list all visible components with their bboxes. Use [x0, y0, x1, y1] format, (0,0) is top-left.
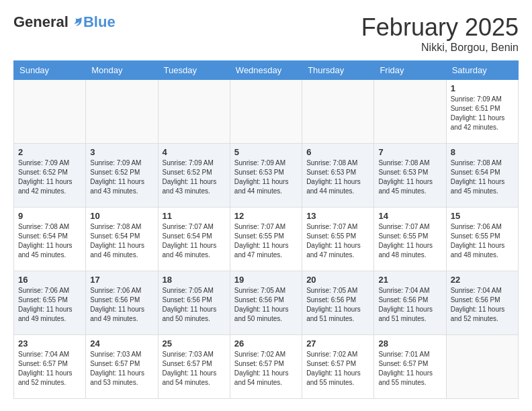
day-info: Sunrise: 7:08 AM Sunset: 6:53 PM Dayligh…: [378, 158, 441, 196]
calendar-day-cell: 4Sunrise: 7:09 AM Sunset: 6:52 PM Daylig…: [158, 144, 230, 208]
calendar-week-row: 9Sunrise: 7:08 AM Sunset: 6:54 PM Daylig…: [14, 208, 519, 271]
calendar-header-saturday: Saturday: [446, 61, 518, 80]
calendar-day-cell: 24Sunrise: 7:03 AM Sunset: 6:57 PM Dayli…: [86, 335, 158, 399]
day-info: Sunrise: 7:02 AM Sunset: 6:57 PM Dayligh…: [306, 350, 369, 387]
logo: General Blue: [13, 13, 116, 31]
calendar-day-cell: 28Sunrise: 7:01 AM Sunset: 6:57 PM Dayli…: [374, 335, 446, 399]
day-number: 16: [18, 275, 81, 285]
day-info: Sunrise: 7:06 AM Sunset: 6:56 PM Dayligh…: [90, 286, 153, 324]
logo-bird-icon: [70, 15, 83, 29]
calendar-day-cell: 5Sunrise: 7:09 AM Sunset: 6:53 PM Daylig…: [230, 144, 302, 208]
day-number: 20: [306, 275, 369, 285]
day-info: Sunrise: 7:06 AM Sunset: 6:55 PM Dayligh…: [18, 286, 81, 324]
calendar-day-cell: 16Sunrise: 7:06 AM Sunset: 6:55 PM Dayli…: [14, 271, 86, 335]
day-number: 2: [18, 147, 81, 157]
calendar-day-cell: 14Sunrise: 7:07 AM Sunset: 6:55 PM Dayli…: [374, 208, 446, 271]
calendar-day-cell: 7Sunrise: 7:08 AM Sunset: 6:53 PM Daylig…: [374, 144, 446, 208]
calendar-day-cell: 1Sunrise: 7:09 AM Sunset: 6:51 PM Daylig…: [446, 80, 518, 144]
day-number: 25: [163, 338, 226, 349]
calendar-header-sunday: Sunday: [14, 61, 86, 80]
page-header: General Blue February 2025 Nikki, Borgou…: [13, 13, 519, 54]
calendar-header-monday: Monday: [86, 61, 158, 80]
day-number: 3: [90, 147, 153, 157]
calendar-day-cell: [374, 80, 446, 144]
day-number: 4: [163, 147, 226, 157]
calendar-header-tuesday: Tuesday: [158, 61, 230, 80]
calendar-day-cell: 2Sunrise: 7:09 AM Sunset: 6:52 PM Daylig…: [14, 144, 86, 208]
logo-blue-text: Blue: [83, 13, 116, 31]
day-number: 26: [234, 338, 298, 349]
day-number: 22: [451, 275, 514, 285]
calendar-day-cell: 26Sunrise: 7:02 AM Sunset: 6:57 PM Dayli…: [230, 335, 302, 399]
calendar-day-cell: 18Sunrise: 7:05 AM Sunset: 6:56 PM Dayli…: [158, 271, 230, 335]
day-info: Sunrise: 7:04 AM Sunset: 6:56 PM Dayligh…: [378, 286, 441, 324]
calendar-day-cell: [86, 80, 158, 144]
calendar-week-row: 16Sunrise: 7:06 AM Sunset: 6:55 PM Dayli…: [14, 271, 519, 335]
day-info: Sunrise: 7:05 AM Sunset: 6:56 PM Dayligh…: [306, 286, 369, 324]
day-info: Sunrise: 7:09 AM Sunset: 6:53 PM Dayligh…: [234, 158, 298, 196]
day-info: Sunrise: 7:05 AM Sunset: 6:56 PM Dayligh…: [163, 286, 226, 324]
title-block: February 2025 Nikki, Borgou, Benin: [361, 13, 519, 54]
calendar-day-cell: [302, 80, 374, 144]
day-number: 14: [378, 211, 441, 221]
calendar-day-cell: 11Sunrise: 7:07 AM Sunset: 6:54 PM Dayli…: [158, 208, 230, 271]
calendar-day-cell: 6Sunrise: 7:08 AM Sunset: 6:53 PM Daylig…: [302, 144, 374, 208]
calendar-day-cell: 15Sunrise: 7:06 AM Sunset: 6:55 PM Dayli…: [446, 208, 518, 271]
day-number: 18: [163, 275, 226, 285]
calendar-day-cell: 9Sunrise: 7:08 AM Sunset: 6:54 PM Daylig…: [14, 208, 86, 271]
calendar-table: SundayMondayTuesdayWednesdayThursdayFrid…: [13, 60, 519, 399]
day-number: 28: [378, 338, 441, 349]
day-number: 21: [378, 275, 441, 285]
month-title: February 2025: [361, 13, 519, 42]
day-info: Sunrise: 7:01 AM Sunset: 6:57 PM Dayligh…: [378, 350, 441, 387]
calendar-header-thursday: Thursday: [302, 61, 374, 80]
day-number: 23: [18, 338, 81, 349]
day-info: Sunrise: 7:09 AM Sunset: 6:51 PM Dayligh…: [451, 95, 514, 132]
calendar-day-cell: [446, 335, 518, 399]
day-info: Sunrise: 7:07 AM Sunset: 6:54 PM Dayligh…: [163, 222, 226, 260]
day-info: Sunrise: 7:08 AM Sunset: 6:54 PM Dayligh…: [451, 158, 514, 196]
calendar-day-cell: [230, 80, 302, 144]
day-number: 19: [234, 275, 298, 285]
day-info: Sunrise: 7:02 AM Sunset: 6:57 PM Dayligh…: [234, 350, 298, 387]
day-number: 27: [306, 338, 369, 349]
day-info: Sunrise: 7:07 AM Sunset: 6:55 PM Dayligh…: [234, 222, 298, 260]
day-number: 13: [306, 211, 369, 221]
calendar-day-cell: 22Sunrise: 7:04 AM Sunset: 6:56 PM Dayli…: [446, 271, 518, 335]
day-info: Sunrise: 7:03 AM Sunset: 6:57 PM Dayligh…: [163, 350, 226, 387]
calendar-day-cell: 19Sunrise: 7:05 AM Sunset: 6:56 PM Dayli…: [230, 271, 302, 335]
day-number: 7: [378, 147, 441, 157]
day-info: Sunrise: 7:09 AM Sunset: 6:52 PM Dayligh…: [163, 158, 226, 196]
day-info: Sunrise: 7:03 AM Sunset: 6:57 PM Dayligh…: [90, 350, 153, 387]
calendar-day-cell: 21Sunrise: 7:04 AM Sunset: 6:56 PM Dayli…: [374, 271, 446, 335]
calendar-day-cell: 13Sunrise: 7:07 AM Sunset: 6:55 PM Dayli…: [302, 208, 374, 271]
day-info: Sunrise: 7:05 AM Sunset: 6:56 PM Dayligh…: [234, 286, 298, 324]
calendar-day-cell: 12Sunrise: 7:07 AM Sunset: 6:55 PM Dayli…: [230, 208, 302, 271]
day-number: 9: [18, 211, 81, 221]
calendar-header-row: SundayMondayTuesdayWednesdayThursdayFrid…: [14, 61, 519, 80]
day-info: Sunrise: 7:07 AM Sunset: 6:55 PM Dayligh…: [306, 222, 369, 260]
day-number: 10: [90, 211, 153, 221]
calendar-day-cell: 27Sunrise: 7:02 AM Sunset: 6:57 PM Dayli…: [302, 335, 374, 399]
calendar-week-row: 1Sunrise: 7:09 AM Sunset: 6:51 PM Daylig…: [14, 80, 519, 144]
location: Nikki, Borgou, Benin: [361, 42, 519, 54]
day-number: 6: [306, 147, 369, 157]
calendar-day-cell: [14, 80, 86, 144]
day-number: 24: [90, 338, 153, 349]
calendar-header-friday: Friday: [374, 61, 446, 80]
day-info: Sunrise: 7:04 AM Sunset: 6:57 PM Dayligh…: [18, 350, 81, 387]
day-info: Sunrise: 7:09 AM Sunset: 6:52 PM Dayligh…: [18, 158, 81, 196]
day-number: 11: [163, 211, 226, 221]
day-number: 12: [234, 211, 298, 221]
day-number: 1: [451, 83, 514, 93]
day-info: Sunrise: 7:04 AM Sunset: 6:56 PM Dayligh…: [451, 286, 514, 324]
calendar-day-cell: 8Sunrise: 7:08 AM Sunset: 6:54 PM Daylig…: [446, 144, 518, 208]
calendar-day-cell: 25Sunrise: 7:03 AM Sunset: 6:57 PM Dayli…: [158, 335, 230, 399]
day-info: Sunrise: 7:06 AM Sunset: 6:55 PM Dayligh…: [451, 222, 514, 260]
day-number: 15: [451, 211, 514, 221]
calendar-day-cell: 3Sunrise: 7:09 AM Sunset: 6:52 PM Daylig…: [86, 144, 158, 208]
day-info: Sunrise: 7:08 AM Sunset: 6:53 PM Dayligh…: [306, 158, 369, 196]
calendar-day-cell: 20Sunrise: 7:05 AM Sunset: 6:56 PM Dayli…: [302, 271, 374, 335]
calendar-day-cell: [158, 80, 230, 144]
calendar-week-row: 2Sunrise: 7:09 AM Sunset: 6:52 PM Daylig…: [14, 144, 519, 208]
